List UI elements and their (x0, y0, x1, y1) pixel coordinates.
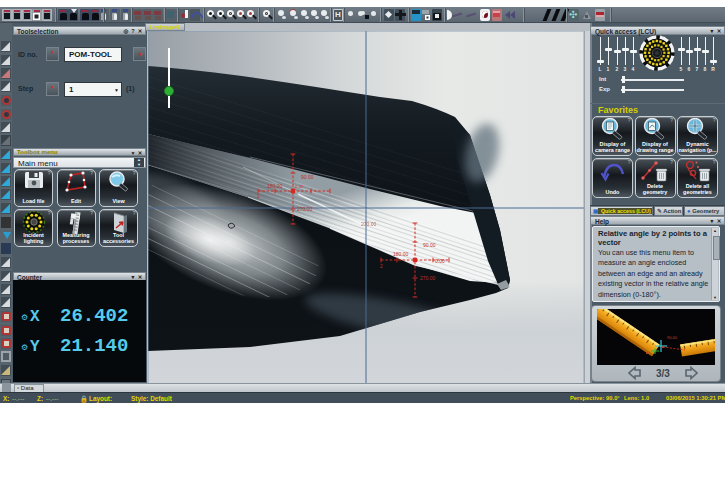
svg-text:2: 2 (380, 263, 383, 269)
svg-text:180.00: 180.00 (267, 183, 283, 189)
svg-text:90.00: 90.00 (667, 335, 678, 340)
svg-text:90.00: 90.00 (301, 174, 314, 180)
svg-text:90.00: 90.00 (423, 242, 436, 248)
svg-text:0.41: 0.41 (295, 184, 304, 189)
svg-text:2: 2 (257, 193, 260, 199)
svg-text:270.00: 270.00 (361, 221, 377, 227)
svg-text:180.00: 180.00 (393, 251, 409, 257)
svg-text:0.00: 0.00 (435, 258, 445, 264)
svg-text:3/3: 3/3 (656, 368, 670, 379)
svg-text:270.00: 270.00 (420, 275, 436, 281)
svg-text:270.00: 270.00 (297, 206, 313, 212)
